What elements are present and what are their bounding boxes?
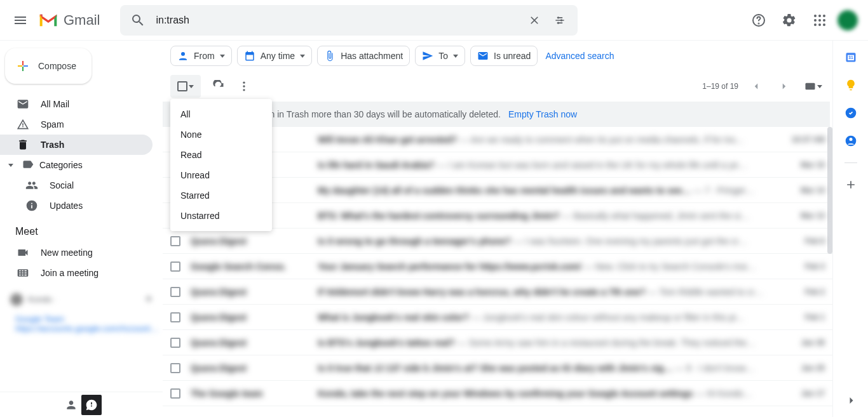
row-checkbox[interactable] xyxy=(170,261,180,272)
mail-row[interactable]: Google Search Conso.Your January Search … xyxy=(163,254,832,279)
select-starred-option[interactable]: Starred xyxy=(170,185,272,206)
add-app-icon[interactable] xyxy=(844,178,857,191)
filter-to-chip[interactable]: To xyxy=(415,46,465,66)
refresh-button[interactable] xyxy=(206,74,231,99)
select-unstarred-option[interactable]: Unstarred xyxy=(170,206,272,226)
settings-icon[interactable] xyxy=(776,8,802,33)
compose-button[interactable]: Compose xyxy=(5,48,92,84)
label-icon xyxy=(22,158,34,173)
search-options-icon[interactable] xyxy=(547,8,573,33)
date: Feb 6 xyxy=(787,237,825,246)
sidebar-item-all-mail[interactable]: All Mail xyxy=(0,94,153,114)
pagination-text: 1–19 of 19 xyxy=(702,82,738,91)
subject: Is it true that JJ 137 side b Jimin's at… xyxy=(318,363,787,373)
svg-point-0 xyxy=(557,17,559,18)
side-panel-toggle[interactable] xyxy=(845,394,858,409)
svg-point-10 xyxy=(823,19,825,22)
caret-down-icon xyxy=(189,85,194,88)
sender: Quora Digest xyxy=(191,287,318,297)
mail-row[interactable]: Quora DigestIf Voldemort didn't know Har… xyxy=(163,279,832,305)
hangouts-tab-contacts[interactable] xyxy=(61,395,81,415)
search-box[interactable] xyxy=(120,5,578,36)
keep-app-icon[interactable] xyxy=(844,79,857,91)
hangouts-tab-chat[interactable] xyxy=(81,395,102,415)
mail-row[interactable]: Quora DigestWhat is Jungkook's real skin… xyxy=(163,305,832,330)
info-icon xyxy=(25,199,38,212)
svg-point-7 xyxy=(823,15,825,17)
tasks-app-icon[interactable] xyxy=(844,107,857,119)
subject: Will Imran Ali Khan get arrested? — Are … xyxy=(318,135,787,145)
calendar-app-icon[interactable]: 31 xyxy=(844,51,857,63)
svg-point-8 xyxy=(814,19,817,22)
folder-label: Social xyxy=(50,180,74,190)
mail-row[interactable]: Quora DigestIs it true that JJ 137 side … xyxy=(163,355,832,381)
sidebar-item-trash[interactable]: Trash xyxy=(0,135,153,155)
subject: Is it wrong to go through a teenager's p… xyxy=(318,236,787,246)
gmail-logo[interactable]: Gmail xyxy=(36,12,115,29)
filter-anytime-chip[interactable]: Any time xyxy=(237,46,312,66)
sidebar-item-spam[interactable]: Spam xyxy=(0,114,153,135)
filter-unread-chip[interactable]: Is unread xyxy=(470,46,538,66)
select-none-option[interactable]: None xyxy=(170,124,272,145)
account-avatar[interactable] xyxy=(837,10,858,30)
date: Jan 30 xyxy=(787,338,825,347)
date: Feb 2 xyxy=(787,288,825,296)
subject: If Voldemort didn't know Harry was a hor… xyxy=(318,287,787,297)
advanced-search-link[interactable]: Advanced search xyxy=(545,51,614,61)
filter-attachment-chip[interactable]: Has attachment xyxy=(317,46,410,66)
input-tools-button[interactable] xyxy=(802,74,825,99)
hangouts-section: Kondo ·+ Google Teamhttps://accounts.goo… xyxy=(0,283,163,337)
sender: Quora Digest xyxy=(191,338,318,348)
people-icon xyxy=(25,179,38,192)
checkbox-icon xyxy=(177,81,187,91)
main-menu-button[interactable] xyxy=(5,5,36,36)
select-read-option[interactable]: Read xyxy=(170,145,272,165)
select-all-button[interactable] xyxy=(170,75,201,98)
date: Jan 25 xyxy=(787,364,825,373)
sender: Google Search Conso. xyxy=(191,261,318,272)
folder-label: All Mail xyxy=(41,99,69,109)
support-icon[interactable] xyxy=(746,8,771,33)
caret-down-icon xyxy=(220,55,225,58)
row-checkbox[interactable] xyxy=(170,287,180,297)
row-checkbox[interactable] xyxy=(170,338,180,348)
caret-icon xyxy=(5,164,17,167)
row-checkbox[interactable] xyxy=(170,388,180,399)
trash-icon xyxy=(17,138,29,151)
filter-from-chip[interactable]: From xyxy=(170,46,232,66)
prev-page-button[interactable] xyxy=(746,76,766,96)
subject: Kondo, take the next step on your Window… xyxy=(318,388,787,399)
sidebar-item-updates[interactable]: Updates xyxy=(0,195,153,216)
send-icon xyxy=(422,50,433,62)
mail-row[interactable]: Quora DigestIs BTS's Jungkook's tattoo r… xyxy=(163,330,832,355)
next-page-button[interactable] xyxy=(774,76,794,96)
select-unread-option[interactable]: Unread xyxy=(170,165,272,185)
row-checkbox[interactable] xyxy=(170,312,180,322)
sidebar-item-new-meeting[interactable]: New meeting xyxy=(0,242,153,263)
clear-search-icon[interactable] xyxy=(522,8,547,33)
svg-point-15 xyxy=(243,82,245,84)
sidebar-item-categories[interactable]: Categories xyxy=(0,155,163,175)
subject: Your January Search performance for http… xyxy=(318,261,787,272)
search-input[interactable] xyxy=(151,15,522,26)
meet-section-label: Meet xyxy=(0,216,163,242)
new-chat-button[interactable]: + xyxy=(145,292,153,307)
mail-row[interactable]: The Google teamKondo, take the next step… xyxy=(163,381,832,406)
contacts-app-icon[interactable] xyxy=(844,135,857,147)
sidebar-item-join-meeting[interactable]: Join a meeting xyxy=(0,263,153,283)
svg-point-24 xyxy=(849,138,852,141)
search-icon[interactable] xyxy=(125,8,151,33)
row-checkbox[interactable] xyxy=(170,236,180,246)
empty-trash-link[interactable]: Empty Trash now xyxy=(508,109,577,119)
select-all-option[interactable]: All xyxy=(170,104,272,124)
sidebar-item-social[interactable]: Social xyxy=(0,175,153,195)
mail-row[interactable]: Quora DigestIs it wrong to go through a … xyxy=(163,228,832,254)
subject: Is BTS's Jungkook's tattoo real? — Some … xyxy=(318,338,787,348)
svg-point-12 xyxy=(818,23,821,26)
more-button[interactable] xyxy=(231,74,257,99)
scrollbar[interactable] xyxy=(827,127,832,254)
row-checkbox[interactable] xyxy=(170,363,180,373)
caret-down-icon xyxy=(453,55,458,58)
unread-icon xyxy=(477,50,489,62)
apps-icon[interactable] xyxy=(807,8,832,33)
